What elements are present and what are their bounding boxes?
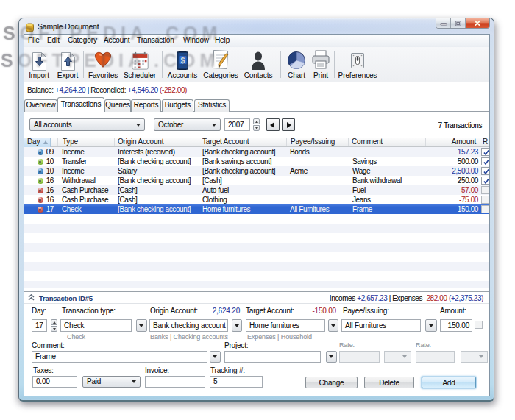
svg-text:$: $ xyxy=(181,57,185,65)
